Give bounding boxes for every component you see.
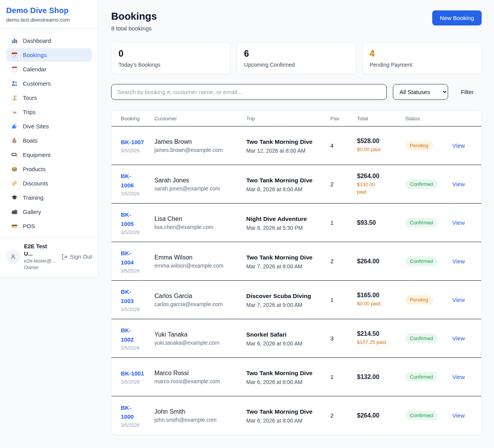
status-badge: Confirmed bbox=[405, 256, 438, 266]
booking-cell: BK-1000 3/5/2026 bbox=[112, 396, 154, 435]
booking-id-link[interactable]: BK-1002 bbox=[121, 326, 135, 344]
trip-cell: Night Dive Adventure Mar 8, 2026 at 5:30… bbox=[246, 204, 330, 242]
sidebar-item-trips[interactable]: Trips bbox=[6, 105, 92, 119]
sidebar-item-pos[interactable]: POS bbox=[6, 219, 92, 233]
booking-date: 3/5/2026 bbox=[121, 423, 151, 428]
sidebar-item-products[interactable]: Products bbox=[6, 162, 92, 176]
customer-email: sarah.jones@example.com bbox=[154, 185, 243, 192]
trip-name: Two Tank Morning Dive bbox=[246, 369, 313, 378]
trip-datetime: Mar 8, 2026 at 8:00 AM bbox=[246, 186, 327, 192]
person-icon bbox=[9, 253, 17, 261]
logout-icon bbox=[61, 254, 68, 260]
sidebar-item-customers[interactable]: Customers bbox=[6, 77, 92, 90]
sidebar-item-bookings[interactable]: 17Bookings bbox=[6, 48, 92, 62]
pax-cell: 4 bbox=[330, 126, 357, 165]
sign-out-button[interactable]: Sign Out bbox=[61, 254, 92, 260]
booking-id-link[interactable]: BK-1006 bbox=[121, 172, 135, 190]
total-cell: $165.00 $0.00 paid bbox=[357, 281, 405, 319]
total-amount: $264.00 bbox=[357, 412, 402, 419]
credit-card-icon bbox=[11, 223, 18, 229]
customer-name: John Smith bbox=[154, 408, 243, 415]
status-cell: Confirmed bbox=[405, 396, 452, 435]
status-badge: Confirmed bbox=[405, 218, 438, 227]
sidebar-item-label: Products bbox=[23, 166, 46, 172]
sailboat-icon bbox=[11, 137, 18, 144]
view-link[interactable]: View bbox=[452, 181, 465, 187]
column-header-trip: Trip bbox=[246, 111, 330, 126]
customer-email: marco.rossi@example.com bbox=[154, 378, 243, 384]
trip-datetime: Mar 6, 2026 at 8:00 AM bbox=[246, 379, 327, 385]
filter-button[interactable]: Filter bbox=[461, 89, 474, 95]
booking-cell: BK-1002 3/5/2026 bbox=[112, 319, 154, 358]
total-cell: $93.50 bbox=[357, 204, 405, 242]
pax-cell: 2 bbox=[330, 396, 357, 435]
stat-label: Upcoming Confirmed bbox=[244, 62, 349, 68]
customer-email: yuki.tanaka@example.com bbox=[154, 340, 243, 346]
stat-cards: 0 Today's Bookings 6 Upcoming Confirmed … bbox=[111, 42, 482, 74]
column-header-pax: Pax bbox=[330, 111, 357, 126]
status-cell: Confirmed bbox=[405, 242, 452, 281]
sidebar-item-training[interactable]: Training bbox=[6, 191, 92, 204]
view-cell: View bbox=[452, 242, 481, 281]
customer-name: Carlos Garcia bbox=[154, 293, 243, 300]
sidebar-item-dashboard[interactable]: Dashboard bbox=[6, 34, 92, 47]
table-header-row: BookingCustomerTripPaxTotalStatus bbox=[112, 111, 481, 126]
view-link[interactable]: View bbox=[452, 374, 465, 380]
sidebar-item-label: Customers bbox=[23, 80, 51, 87]
view-link[interactable]: View bbox=[452, 219, 465, 226]
booking-date: 3/5/2026 bbox=[121, 345, 151, 351]
view-link[interactable]: View bbox=[452, 142, 465, 149]
booking-id-link[interactable]: BK-1000 bbox=[121, 403, 135, 421]
sidebar-item-tours[interactable]: Tours bbox=[6, 91, 92, 104]
sidebar-item-label: Training bbox=[23, 194, 44, 201]
view-cell: View bbox=[452, 319, 481, 358]
booking-cell: BK-1004 3/5/2026 bbox=[112, 242, 154, 281]
brand: Demo Dive Shop demo.test.divestreams.com bbox=[0, 0, 98, 29]
sidebar-item-calendar[interactable]: Calendar bbox=[6, 62, 92, 76]
customer-email: james.brown@example.com bbox=[154, 147, 243, 153]
filter-row: All Statuses Filter bbox=[111, 84, 482, 100]
trip-name: Night Dive Adventure bbox=[246, 214, 313, 224]
sidebar-item-discounts[interactable]: Discounts bbox=[6, 177, 92, 190]
sidebar-item-boats[interactable]: Boats bbox=[6, 134, 92, 147]
trip-datetime: Mar 6, 2026 at 8:00 AM bbox=[246, 418, 327, 424]
table-row: BK-1003 3/5/2026 Carlos Garcia carlos.ga… bbox=[112, 281, 481, 319]
sidebar-item-gallery[interactable]: Gallery bbox=[6, 205, 92, 219]
booking-id-link[interactable]: BK-1005 bbox=[121, 210, 135, 228]
booking-id-link[interactable]: BK-1004 bbox=[121, 249, 135, 267]
total-amount: $528.00 bbox=[357, 138, 402, 145]
view-link[interactable]: View bbox=[452, 296, 465, 303]
sidebar-item-dive-sites[interactable]: Dive Sites bbox=[6, 120, 92, 133]
view-link[interactable]: View bbox=[452, 412, 465, 419]
pax-value: 3 bbox=[330, 335, 333, 342]
booking-date: 3/5/2026 bbox=[121, 268, 151, 274]
booking-id-link[interactable]: BK-1001 bbox=[121, 369, 144, 378]
sidebar-item-equipment[interactable]: Equipment bbox=[6, 148, 92, 162]
paid-amount: $132.00 paid bbox=[357, 181, 380, 196]
booking-cell: BK-1007 3/5/2026 bbox=[112, 126, 154, 165]
paid-amount: $0.00 paid bbox=[357, 146, 402, 153]
view-link[interactable]: View bbox=[452, 335, 465, 342]
booking-id-link[interactable]: BK-1003 bbox=[121, 287, 135, 305]
customer-name: Lisa Chen bbox=[154, 216, 243, 222]
pax-value: 1 bbox=[330, 374, 333, 380]
sidebar-item-label: Bookings bbox=[23, 52, 47, 58]
status-cell: Confirmed bbox=[405, 358, 452, 396]
pax-cell: 1 bbox=[330, 358, 357, 396]
pax-cell: 2 bbox=[330, 242, 357, 281]
status-select[interactable]: All Statuses bbox=[393, 84, 448, 100]
view-link[interactable]: View bbox=[452, 258, 465, 264]
island-icon bbox=[11, 94, 18, 101]
booking-id-link[interactable]: BK-1007 bbox=[121, 138, 144, 147]
user-email: e2e-tester@... bbox=[24, 258, 58, 264]
search-input[interactable] bbox=[111, 84, 387, 100]
page-header: Bookings 8 total bookings New Booking bbox=[111, 10, 482, 32]
stat-label: Today's Bookings bbox=[118, 62, 223, 68]
paid-amount: $0.00 paid bbox=[357, 300, 402, 308]
stat-card-todays-bookings: 0 Today's Bookings bbox=[111, 42, 230, 74]
trip-name: Two Tank Morning Dive bbox=[246, 407, 313, 416]
new-booking-button[interactable]: New Booking bbox=[432, 10, 482, 25]
customer-name: Sarah Jones bbox=[154, 177, 243, 184]
bar-chart-icon bbox=[11, 37, 18, 44]
booking-cell: BK-1001 3/5/2026 bbox=[112, 358, 154, 396]
